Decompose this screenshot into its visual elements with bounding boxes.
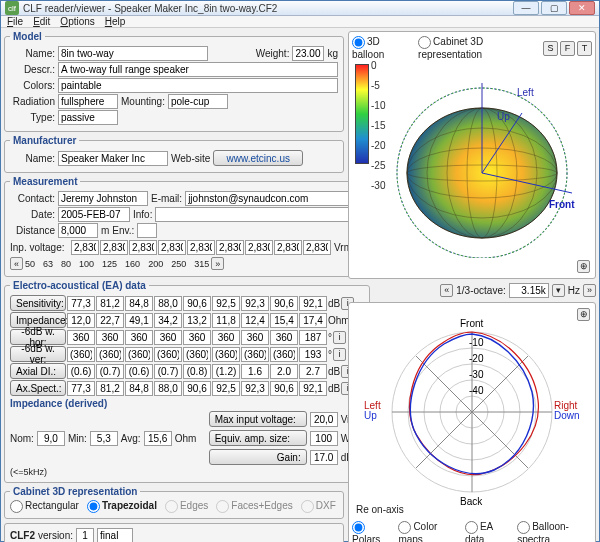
ea-row-label[interactable]: Sensitivity: [10,295,66,311]
menu-edit[interactable]: Edit [33,16,50,27]
voltage-cell[interactable] [100,240,128,255]
ea-cell[interactable] [96,330,124,345]
ea-cell[interactable] [67,313,95,328]
state-input[interactable] [97,528,133,542]
view-s-button[interactable]: S [543,41,558,56]
ea-cell[interactable] [154,381,182,396]
freq-prev-button[interactable]: « [10,257,23,270]
close-button[interactable]: ✕ [569,1,595,15]
ea-cell[interactable] [183,364,211,379]
octave-prev-button[interactable]: « [440,284,453,297]
ea-cell[interactable] [241,313,269,328]
polar-expand-icon[interactable]: ⊕ [577,308,590,321]
ea-cell[interactable] [270,364,298,379]
ea-cell[interactable] [154,330,182,345]
ea-cell[interactable] [212,381,240,396]
view-f-button[interactable]: F [560,41,575,56]
ea-cell[interactable] [154,364,182,379]
ea-cell[interactable] [241,347,269,362]
ea-cell[interactable] [183,347,211,362]
max-input-voltage-value[interactable] [310,412,338,427]
ea-cell[interactable] [241,330,269,345]
radiation-input[interactable] [58,94,118,109]
ea-cell[interactable] [212,296,240,311]
ea-cell[interactable] [125,381,153,396]
ea-cell[interactable] [183,330,211,345]
menu-help[interactable]: Help [105,16,126,27]
ea-cell[interactable] [212,313,240,328]
cabinet-option[interactable]: Rectangular [10,500,79,513]
version-input[interactable] [76,528,94,542]
ea-cell[interactable] [96,296,124,311]
distance-input[interactable] [58,223,98,238]
mounting-input[interactable] [168,94,228,109]
octave-dropdown-icon[interactable]: ▾ [552,284,565,297]
ea-cell[interactable] [212,330,240,345]
gain-value[interactable] [310,450,338,465]
view-t-button[interactable]: T [577,41,592,56]
ea-cell[interactable] [241,381,269,396]
colors-input[interactable] [58,78,338,93]
ea-cell[interactable] [299,296,327,311]
ea-cell[interactable] [299,364,327,379]
date-input[interactable] [58,207,130,222]
ea-cell[interactable] [299,330,327,345]
cabinet-option[interactable]: DXF [301,500,336,513]
menu-file[interactable]: File [7,16,23,27]
ea-cell[interactable] [299,313,327,328]
freq-next-button[interactable]: » [211,257,224,270]
ea-cell[interactable] [125,296,153,311]
ea-cell[interactable] [67,330,95,345]
ea-cell[interactable] [270,381,298,396]
ea-cell[interactable] [125,364,153,379]
voltage-cell[interactable] [71,240,99,255]
polar-option[interactable]: Balloon-spectra [517,521,592,542]
ea-cell[interactable] [154,347,182,362]
ea-row-label[interactable]: Ax.Spect.: [10,380,66,396]
ea-cell[interactable] [154,313,182,328]
voltage-cell[interactable] [158,240,186,255]
weight-input[interactable] [292,46,324,61]
maximize-button[interactable]: ▢ [541,1,567,15]
balloon-plot[interactable]: 0-5-10-15-20-25-30 [352,61,592,275]
contact-input[interactable] [58,191,148,206]
menu-options[interactable]: Options [60,16,94,27]
ea-cell[interactable] [270,313,298,328]
cabinet-option[interactable]: Faces+Edges [216,500,292,513]
ea-cell[interactable] [183,381,211,396]
ea-cell[interactable] [125,313,153,328]
ea-cell[interactable] [96,364,124,379]
balloon-expand-icon[interactable]: ⊕ [577,260,590,273]
voltage-cell[interactable] [129,240,157,255]
balloon-option[interactable]: Cabinet 3D representation [418,36,540,60]
ea-cell[interactable] [96,381,124,396]
equiv-amp-value[interactable] [310,431,338,446]
nom-input[interactable] [37,431,65,446]
ea-cell[interactable] [270,296,298,311]
ea-cell[interactable] [125,347,153,362]
octave-next-button[interactable]: » [583,284,596,297]
minimize-button[interactable]: — [513,1,539,15]
ea-row-label[interactable]: Axial DI.: [10,363,66,379]
ea-cell[interactable] [183,313,211,328]
ea-cell[interactable] [241,364,269,379]
voltage-cell[interactable] [216,240,244,255]
avg-input[interactable] [144,431,172,446]
polar-option[interactable]: Polars [352,521,390,542]
ea-cell[interactable] [67,296,95,311]
polar-option[interactable]: EA data [465,521,509,542]
ea-cell[interactable] [67,364,95,379]
voltage-cell[interactable] [303,240,331,255]
cabinet-option[interactable]: Trapezoidal [87,500,157,513]
voltage-cell[interactable] [274,240,302,255]
ea-cell[interactable] [212,364,240,379]
info-icon[interactable]: i [333,348,346,361]
ea-cell[interactable] [299,347,327,362]
polar-option[interactable]: Color maps [398,521,457,542]
ea-cell[interactable] [241,296,269,311]
ea-cell[interactable] [154,296,182,311]
octave-value[interactable] [509,283,549,298]
ea-cell[interactable] [183,296,211,311]
ea-cell[interactable] [67,347,95,362]
ea-cell[interactable] [67,381,95,396]
